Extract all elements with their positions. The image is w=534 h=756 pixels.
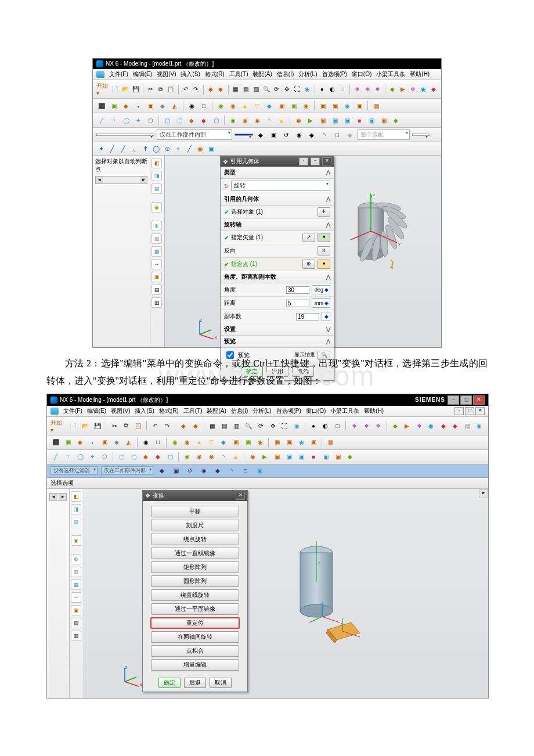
tool-icon[interactable]: □ [199,100,209,111]
sk-line-icon[interactable]: ╱ [118,144,128,153]
inner-min-icon[interactable]: － [454,407,464,415]
tool-icon[interactable]: ◉ [293,115,304,125]
tool-icon[interactable]: ◉ [169,437,180,448]
vector-menu-icon[interactable]: ▾ [317,233,330,242]
nav-icon[interactable]: ◧ [151,158,162,168]
right-panel-handle[interactable]: ▸ [479,489,488,498]
tool-icon[interactable]: ◆ [429,84,438,95]
tool-icon[interactable]: ▣ [99,437,110,448]
arc-icon[interactable]: ◝ [63,452,73,462]
tool-icon[interactable]: ▣ [230,437,241,448]
zoom-icon[interactable]: 🔍 [243,420,254,431]
nav-icon[interactable]: ▣ [151,272,162,282]
tool-icon[interactable]: ▣ [378,115,389,125]
view-icon[interactable]: ▥ [252,84,261,95]
opt-incremental[interactable]: 增量编辑 [151,659,239,671]
nav-icon[interactable]: ↔ [71,592,81,603]
menu-file[interactable]: 文件(F) [109,70,128,78]
tool-icon[interactable]: □ [333,420,343,431]
menu-assembly[interactable]: 装配(A) [252,70,272,78]
opt-rect-array[interactable]: 矩形阵列 [151,561,239,573]
specify-vector-row[interactable]: ✔ 指定矢量 (1) ↗ ▾ [221,231,334,244]
tool-icon[interactable]: ◆ [438,420,449,431]
new-icon[interactable]: 📄 [68,420,78,431]
tool-icon[interactable]: ◝ [264,115,275,125]
tool-icon[interactable]: ✦ [133,115,143,125]
shade-icon[interactable]: ● [308,420,319,431]
sk-icon[interactable]: + [174,144,183,153]
menu-format[interactable]: 格式(R) [159,407,179,415]
tool-icon[interactable]: ❖ [373,420,384,431]
tool-icon[interactable]: ◉ [296,437,306,448]
tool-icon[interactable]: ▤ [462,420,472,431]
tool-icon[interactable]: ▢ [116,452,127,462]
menu-tools[interactable]: 工具(T) [229,70,248,78]
tool-icon[interactable]: ▲ [276,115,287,125]
rotate-icon[interactable]: ⟳ [272,84,281,95]
nav-icon[interactable]: ▥ [71,567,81,577]
menu-window[interactable]: 窗口(O) [352,70,371,78]
dialog-close-icon[interactable]: ✕ [322,157,331,165]
pan-icon[interactable]: ✥ [268,420,278,431]
view-icon[interactable]: ▤ [219,420,230,431]
selbar-icon[interactable]: ▣ [171,466,181,476]
tool-icon[interactable]: ⬡ [145,115,156,125]
tool-icon[interactable]: ◆ [157,100,168,111]
tool-icon[interactable]: ▢ [174,115,185,125]
tool-icon[interactable]: ▣ [272,437,282,448]
nav-icon[interactable]: ▤ [71,618,81,628]
tool-icon[interactable]: ◉ [426,420,436,431]
scroll-left-icon[interactable]: ◂ [96,177,103,183]
undo-icon[interactable]: ↶ [181,84,190,95]
tool-icon[interactable]: ◆ [217,84,225,95]
zoom-icon[interactable]: 🔍 [262,84,270,95]
menu-analyze[interactable]: 分析(L) [252,407,271,415]
sk-icon[interactable]: ◉ [196,144,205,153]
tool-icon[interactable]: ◆ [388,84,397,95]
tool-icon[interactable]: ◉ [228,115,238,125]
inner-close-icon[interactable]: ✕ [475,407,485,415]
point-icon[interactable]: ⊕ [302,260,315,269]
opt-rotate-point[interactable]: 绕点旋转 [151,534,239,545]
nav-icon[interactable]: ▦ [71,579,81,590]
tool-icon[interactable]: ▲ [240,100,250,111]
fit-icon[interactable]: ⛶ [293,84,301,95]
back-button[interactable]: 后退 [184,678,206,688]
tool-icon[interactable]: ⬩ [133,100,143,111]
tool-icon[interactable]: ◆ [218,437,229,448]
tool-icon[interactable]: ◆ [264,100,275,111]
tool-icon[interactable]: ◆ [178,420,189,431]
menu-format[interactable]: 格式(R) [205,70,225,78]
nav-icon[interactable]: ◉ [151,202,162,213]
tail-dropdown[interactable] [412,134,430,136]
tool-icon[interactable]: ◆ [121,100,131,111]
tool-icon[interactable]: ▽ [206,437,217,448]
tool-icon[interactable]: ◝ [218,452,229,462]
tool-icon[interactable]: ❖ [409,84,417,95]
tool-icon[interactable]: ◯ [121,115,131,125]
menu-prefs[interactable]: 首选项(P) [276,407,301,415]
tool-icon[interactable]: ◯ [75,452,85,462]
specify-point-row[interactable]: ✔ 指定点 (1) ⊕ ▾ [221,258,334,271]
fit-icon[interactable]: ⛶ [280,420,290,431]
tool-icon[interactable]: □ [338,84,347,95]
selbar-icon[interactable]: ↺ [185,466,195,476]
sk-icon[interactable]: ▣ [207,144,216,153]
close-icon[interactable]: ✕ [473,395,485,405]
tool-icon[interactable]: ▣ [317,100,328,111]
menu-view[interactable]: 视图(V) [157,70,176,78]
opt-mirror-line[interactable]: 通过一直线镜像 [151,548,239,559]
tool-icon[interactable]: ❖ [353,84,362,95]
tool-icon[interactable]: ▢ [211,115,221,125]
view-icon[interactable]: ▦ [207,420,218,431]
distance-input[interactable] [286,300,309,307]
copies-input[interactable] [296,313,319,321]
tool-icon[interactable]: ◆ [450,420,460,431]
selbar-icon[interactable]: ▣ [254,466,265,476]
selbar-icon[interactable]: ◆ [157,466,167,476]
selbar-icon[interactable]: ◝ [319,129,330,140]
tool-icon[interactable]: ▣ [330,115,340,125]
tool-icon[interactable]: ▲ [230,452,241,462]
sk-line-icon[interactable]: ╱ [107,144,117,153]
selbar-icon[interactable]: ◆ [306,129,317,140]
